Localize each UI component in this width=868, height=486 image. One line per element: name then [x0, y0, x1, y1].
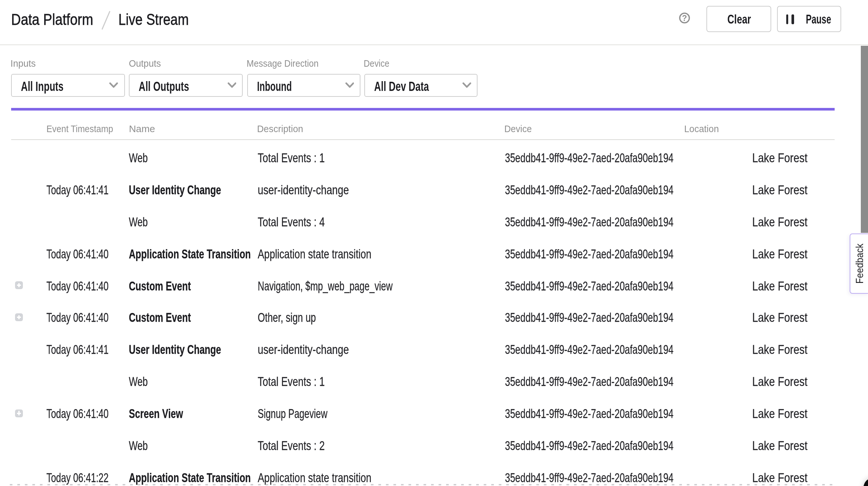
svg-text:?: ?	[682, 14, 687, 23]
